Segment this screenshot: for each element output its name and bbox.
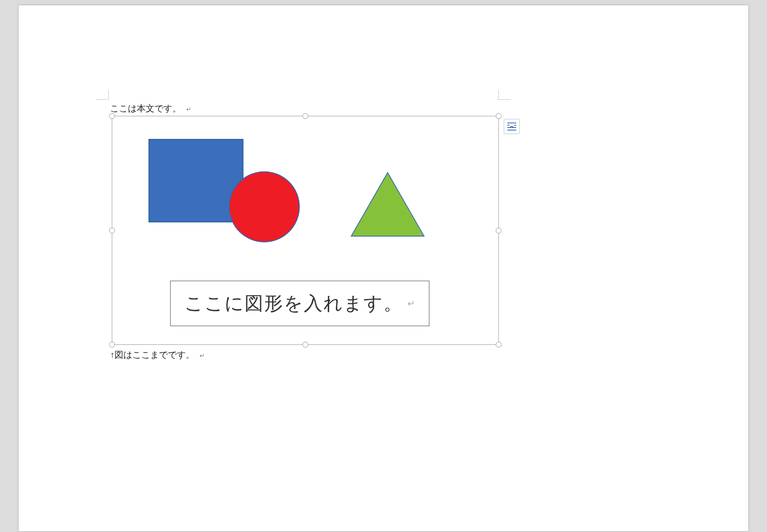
paragraph-mark-icon: ↵ <box>408 298 415 309</box>
body-text-after[interactable]: ↑図はここまでです。 ↵ <box>110 349 205 361</box>
body-text-after-content: ↑図はここまでです。 <box>110 350 195 360</box>
rectangle-shape[interactable] <box>149 139 243 222</box>
layout-options-button[interactable] <box>504 119 520 134</box>
selection-handle-middle-left[interactable] <box>109 228 115 233</box>
margin-guide-top-right <box>498 90 511 100</box>
paragraph-mark-icon: ↵ <box>200 352 205 359</box>
selection-handle-middle-right[interactable] <box>496 228 502 233</box>
selection-handle-bottom-left[interactable] <box>109 342 115 348</box>
paragraph-mark-icon: ↵ <box>186 106 192 113</box>
selection-handle-top-right[interactable] <box>496 113 502 119</box>
selection-handle-bottom-middle[interactable] <box>302 342 308 348</box>
selection-handle-bottom-right[interactable] <box>496 342 502 348</box>
layout-options-icon <box>506 122 517 131</box>
textbox-shape[interactable]: ここに図形を入れます。 ↵ <box>170 281 429 326</box>
selection-handle-top-left[interactable] <box>109 113 115 119</box>
document-page: ここは本文です。 ↵ ここに図形を入 <box>19 5 748 531</box>
body-text-before[interactable]: ここは本文です。 ↵ <box>110 102 192 115</box>
textbox-content: ここに図形を入れます。 <box>184 291 403 316</box>
circle-shape[interactable] <box>229 172 299 242</box>
margin-guide-top-left <box>96 90 109 100</box>
body-text-before-content: ここは本文です。 <box>110 103 181 113</box>
triangle-shape[interactable] <box>351 173 424 236</box>
selection-handle-top-middle[interactable] <box>302 113 308 119</box>
